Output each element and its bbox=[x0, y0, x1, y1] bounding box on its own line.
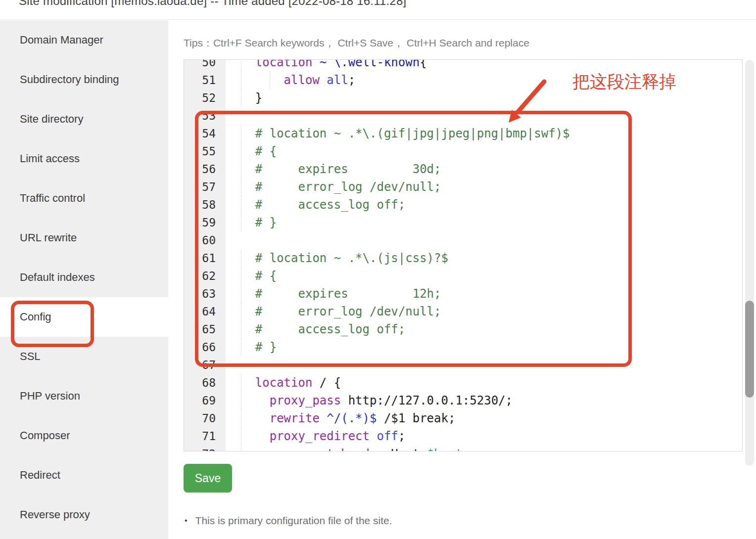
sidebar-item-composer[interactable]: Composer bbox=[0, 416, 168, 455]
code-line-content[interactable]: # expires 30d; bbox=[226, 160, 742, 178]
indent-guide bbox=[241, 320, 241, 338]
code-line: 70 rewrite ^/(.*)$ /$1 break; bbox=[184, 409, 742, 427]
code-line-content[interactable]: # error_log /dev/null; bbox=[226, 178, 742, 196]
indent-guide bbox=[241, 142, 241, 160]
dialog-title-bar: Site modification [memos.laoda.de] -- Ti… bbox=[0, 0, 756, 20]
indent-guide bbox=[241, 196, 241, 214]
line-number: 62 bbox=[184, 267, 226, 285]
line-number: 50 bbox=[184, 59, 226, 71]
indent-guide bbox=[241, 338, 241, 356]
line-number: 68 bbox=[184, 374, 226, 392]
config-editor[interactable]: 50 location ~ \.well-known{51 allow all;… bbox=[184, 59, 743, 451]
code-line: 61 # location ~ .*\.(js|css)?$ bbox=[184, 249, 742, 267]
code-line-content[interactable]: # expires 12h; bbox=[226, 285, 742, 303]
sidebar-item-subdirectory-binding[interactable]: Subdirectory binding bbox=[0, 60, 168, 99]
code-line-content[interactable]: # { bbox=[226, 142, 742, 160]
code-line: 55 # { bbox=[184, 142, 742, 160]
indent-guide bbox=[241, 374, 241, 392]
sidebar-item-traffic-control[interactable]: Traffic control bbox=[0, 179, 168, 218]
code-line: 72 proxy_set_header Host $host; bbox=[184, 445, 742, 451]
code-line-content[interactable]: proxy_set_header Host $host; bbox=[226, 445, 742, 451]
save-button[interactable]: Save bbox=[184, 464, 232, 493]
code-line-content[interactable]: proxy_redirect off; bbox=[226, 427, 742, 445]
sidebar-item-domain-manager[interactable]: Domain Manager bbox=[0, 20, 168, 60]
line-number: 65 bbox=[184, 320, 226, 338]
code-line: 56 # expires 30d; bbox=[184, 160, 742, 178]
line-number: 72 bbox=[184, 445, 226, 451]
indent-guide bbox=[241, 71, 241, 89]
sidebar-item-default-indexes[interactable]: Default indexes bbox=[0, 258, 168, 297]
code-line: 60 bbox=[184, 231, 742, 249]
indent-guide bbox=[241, 125, 241, 142]
line-number: 53 bbox=[184, 107, 226, 125]
line-number: 66 bbox=[184, 338, 226, 356]
indent-guide bbox=[241, 285, 241, 303]
line-number: 70 bbox=[184, 409, 226, 427]
indent-guide bbox=[241, 267, 241, 285]
line-number: 52 bbox=[184, 89, 226, 107]
code-line: 68 location / { bbox=[184, 374, 742, 392]
bullet-icon: • bbox=[185, 516, 188, 525]
code-line-content[interactable]: proxy_pass http://127.0.0.1:5230/; bbox=[226, 392, 742, 409]
sidebar-item-redirect[interactable]: Redirect bbox=[0, 455, 168, 495]
indent-guide bbox=[241, 427, 241, 445]
code-line: 64 # error_log /dev/null; bbox=[184, 303, 742, 320]
sidebar-item-ssl[interactable]: SSL bbox=[0, 337, 168, 376]
code-line: 65 # access_log off; bbox=[184, 320, 742, 338]
code-line-content[interactable]: # { bbox=[226, 267, 742, 285]
code-line-content[interactable]: location ~ \.well-known{ bbox=[226, 59, 742, 71]
code-line-content[interactable]: # location ~ .*\.(js|css)?$ bbox=[226, 249, 742, 267]
code-line: 62 # { bbox=[184, 267, 742, 285]
sidebar: Domain ManagerSubdirectory bindingSite d… bbox=[0, 20, 168, 539]
indent-guide bbox=[241, 214, 241, 231]
indent-guide bbox=[241, 160, 241, 178]
code-line-content[interactable] bbox=[226, 231, 742, 249]
code-line: 69 proxy_pass http://127.0.0.1:5230/; bbox=[184, 392, 742, 409]
line-number: 69 bbox=[184, 392, 226, 409]
line-number: 51 bbox=[184, 71, 226, 89]
annotation-note: 把这段注释掉 bbox=[572, 70, 676, 93]
indent-guide bbox=[241, 409, 241, 427]
indent-guide bbox=[241, 392, 241, 409]
code-line: 53 bbox=[184, 107, 742, 125]
sidebar-item-php-version[interactable]: PHP version bbox=[0, 376, 168, 416]
sidebar-item-reverse-proxy[interactable]: Reverse proxy bbox=[0, 495, 168, 535]
code-line-content[interactable]: # } bbox=[226, 214, 742, 231]
code-line: 59 # } bbox=[184, 214, 742, 231]
code-line: 67 bbox=[184, 356, 742, 374]
sidebar-item-url-rewrite[interactable]: URL rewrite bbox=[0, 218, 168, 258]
line-number: 56 bbox=[184, 160, 226, 178]
code-line-content[interactable]: # error_log /dev/null; bbox=[226, 303, 742, 320]
indent-guide bbox=[241, 178, 241, 196]
line-number: 63 bbox=[184, 285, 226, 303]
sidebar-item-config[interactable]: Config bbox=[0, 297, 168, 337]
code-line-content[interactable]: # access_log off; bbox=[226, 196, 742, 214]
code-line: 54 # location ~ .*\.(gif|jpg|jpeg|png|bm… bbox=[184, 125, 742, 142]
line-number: 59 bbox=[184, 214, 226, 231]
code-line: 57 # error_log /dev/null; bbox=[184, 178, 742, 196]
indent-guide bbox=[241, 249, 241, 267]
dialog-title: Site modification [memos.laoda.de] -- Ti… bbox=[19, 0, 406, 8]
indent-guide bbox=[241, 89, 241, 107]
sidebar-item-limit-access[interactable]: Limit access bbox=[0, 139, 168, 179]
line-number: 64 bbox=[184, 303, 226, 320]
code-line-content[interactable]: location / { bbox=[226, 374, 742, 392]
sidebar-item-site-directory[interactable]: Site directory bbox=[0, 99, 168, 139]
code-line-content[interactable] bbox=[226, 356, 742, 374]
code-line-content[interactable]: # access_log off; bbox=[226, 320, 742, 338]
code-lines: 50 location ~ \.well-known{51 allow all;… bbox=[184, 59, 742, 451]
code-line: 50 location ~ \.well-known{ bbox=[184, 59, 742, 71]
line-number: 71 bbox=[184, 427, 226, 445]
editor-tips: Tips：Ctrl+F Search keywords， Ctrl+S Save… bbox=[184, 36, 529, 50]
code-line-content[interactable]: # } bbox=[226, 338, 742, 356]
indent-guide bbox=[270, 71, 270, 89]
scrollbar-thumb[interactable] bbox=[745, 301, 754, 398]
code-line-content[interactable]: # location ~ .*\.(gif|jpg|jpeg|png|bmp|s… bbox=[226, 125, 742, 142]
scrollbar-track[interactable] bbox=[745, 60, 754, 466]
code-line-content[interactable] bbox=[226, 107, 742, 125]
code-line: 71 proxy_redirect off; bbox=[184, 427, 742, 445]
line-number: 54 bbox=[184, 125, 226, 142]
indent-guide bbox=[241, 445, 241, 451]
code-line: 58 # access_log off; bbox=[184, 196, 742, 214]
code-line-content[interactable]: rewrite ^/(.*)$ /$1 break; bbox=[226, 409, 742, 427]
